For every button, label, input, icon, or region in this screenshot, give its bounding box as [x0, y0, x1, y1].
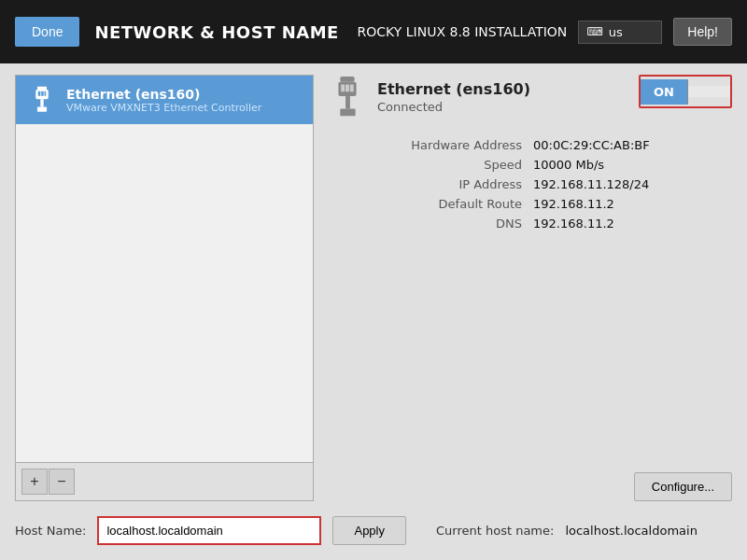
right-header-left: Ethernet (ens160) Connected: [329, 75, 530, 119]
main-content: Ethernet (ens160) VMware VMXNET3 Etherne…: [0, 63, 747, 560]
done-button[interactable]: Done: [15, 17, 79, 47]
speed-value: 10000 Mb/s: [533, 158, 732, 172]
dns-value: 192.168.11.2: [533, 217, 732, 231]
left-panel-footer: + −: [16, 462, 313, 500]
keyboard-icon: ⌨: [586, 25, 602, 38]
hardware-address-label: Hardware Address: [329, 138, 522, 152]
keyboard-value: us: [609, 25, 623, 39]
speed-label: Speed: [329, 158, 522, 172]
configure-row: Configure...: [329, 472, 732, 501]
svg-rect-10: [345, 85, 349, 92]
adapter-name: Ethernet (ens160): [66, 87, 261, 102]
svg-rect-2: [38, 91, 41, 96]
host-name-input[interactable]: [97, 516, 321, 545]
current-host-label: Current host name:: [436, 524, 554, 538]
svg-rect-9: [341, 85, 345, 92]
configure-button[interactable]: Configure...: [634, 472, 732, 501]
ethernet-title: Ethernet (ens160): [377, 80, 530, 98]
top-bar-right: ROCKY LINUX 8.8 INSTALLATION ⌨ us Help!: [358, 18, 732, 46]
bottom-bar: Host Name: Apply Current host name: loca…: [15, 511, 732, 549]
svg-rect-3: [41, 91, 44, 96]
page-title: NETWORK & HOST NAME: [94, 22, 338, 42]
top-bar: Done NETWORK & HOST NAME ROCKY LINUX 8.8…: [0, 0, 747, 63]
svg-rect-11: [350, 85, 354, 92]
ip-address-label: IP Address: [329, 177, 522, 191]
keyboard-selector[interactable]: ⌨ us: [578, 21, 662, 44]
ethernet-adapter-icon: [27, 85, 57, 115]
toggle-switch[interactable]: ON: [639, 75, 732, 108]
current-host-value: localhost.localdomain: [565, 524, 697, 538]
adapter-info: Ethernet (ens160) VMware VMXNET3 Etherne…: [66, 87, 261, 114]
toggle-off-area: [688, 86, 730, 97]
add-adapter-button[interactable]: +: [21, 469, 48, 495]
ethernet-status: Connected: [377, 100, 530, 114]
ethernet-detail-icon: [329, 75, 366, 119]
help-button[interactable]: Help!: [673, 18, 732, 46]
hardware-address-value: 00:0C:29:CC:AB:BF: [533, 138, 732, 152]
dns-label: DNS: [329, 217, 522, 231]
apply-button[interactable]: Apply: [332, 516, 406, 545]
install-label: ROCKY LINUX 8.8 INSTALLATION: [358, 24, 568, 39]
svg-rect-7: [340, 77, 354, 82]
svg-rect-13: [340, 108, 355, 116]
svg-rect-5: [40, 99, 43, 106]
adapter-list-body: [16, 124, 313, 462]
remove-adapter-button[interactable]: −: [49, 469, 75, 495]
default-route-value: 192.168.11.2: [533, 197, 732, 211]
ethernet-title-block: Ethernet (ens160) Connected: [377, 80, 530, 114]
ip-address-value: 192.168.11.128/24: [533, 177, 732, 191]
host-name-label: Host Name:: [15, 524, 86, 538]
top-bar-left: Done NETWORK & HOST NAME: [15, 17, 358, 47]
svg-rect-6: [37, 107, 47, 112]
adapter-item[interactable]: Ethernet (ens160) VMware VMXNET3 Etherne…: [16, 76, 313, 124]
middle-section: Ethernet (ens160) VMware VMXNET3 Etherne…: [15, 75, 732, 501]
adapter-description: VMware VMXNET3 Ethernet Controller: [66, 102, 261, 114]
default-route-label: Default Route: [329, 197, 522, 211]
toggle-on-label: ON: [641, 79, 688, 105]
svg-rect-12: [345, 96, 350, 108]
left-panel: Ethernet (ens160) VMware VMXNET3 Etherne…: [15, 75, 314, 501]
svg-rect-4: [45, 91, 47, 96]
network-details: Hardware Address 00:0C:29:CC:AB:BF Speed…: [329, 138, 732, 231]
right-panel: Ethernet (ens160) Connected ON Hardware …: [329, 75, 732, 501]
right-header: Ethernet (ens160) Connected ON: [329, 75, 732, 119]
svg-rect-0: [37, 87, 47, 90]
